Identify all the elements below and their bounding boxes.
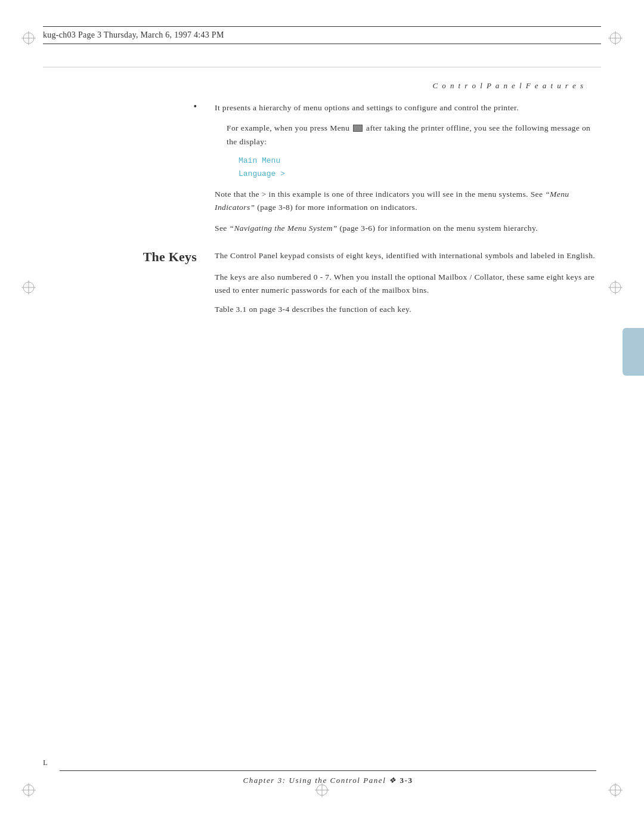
bullet-col: • bbox=[60, 101, 215, 235]
para-left-spacer2 bbox=[60, 303, 215, 316]
note1-text: Note that the > in this example is one o… bbox=[215, 188, 596, 215]
keys-para1: The Control Panel keypad consists of eig… bbox=[215, 249, 596, 262]
reg-mark-bot-right bbox=[608, 783, 623, 797]
keys-para3-col: Table 3.1 on page 3-4 describes the func… bbox=[215, 303, 596, 316]
reg-mark-top-left bbox=[21, 31, 36, 45]
keys-para2-col: The keys are also numbered 0 - 7. When y… bbox=[215, 271, 596, 298]
para-left-spacer bbox=[60, 271, 215, 298]
keys-section: The Keys The Control Panel keypad consis… bbox=[60, 249, 596, 265]
keys-heading: The Keys bbox=[143, 249, 197, 264]
page: kug-ch03 Page 3 Thursday, March 6, 1997 … bbox=[0, 0, 644, 833]
reg-mark-top-right bbox=[608, 31, 623, 45]
footer-chapter: Chapter 3: Using the Control Panel ❖ 3-3 bbox=[243, 776, 413, 785]
chapter-header: C o n t r o l P a n e l F e a t u r e s bbox=[432, 81, 584, 91]
bullet-body: It presents a hierarchy of menu options … bbox=[215, 101, 596, 235]
for-example-text: For example, when you press Menu after t… bbox=[227, 122, 596, 148]
main-content: • It presents a hierarchy of menu option… bbox=[60, 101, 596, 323]
bullet-symbol: • bbox=[193, 101, 197, 112]
keys-para2-section: The keys are also numbered 0 - 7. When y… bbox=[60, 271, 596, 298]
keys-body-col: The Control Panel keypad consists of eig… bbox=[215, 249, 596, 265]
menu-icon bbox=[353, 125, 363, 132]
bullet-main-text: It presents a hierarchy of menu options … bbox=[215, 101, 596, 114]
reg-mark-mid-right bbox=[608, 280, 623, 295]
bullet-section: • It presents a hierarchy of menu option… bbox=[60, 101, 596, 235]
reg-mark-bot-left bbox=[21, 783, 36, 797]
bottom-l-mark: L bbox=[43, 758, 48, 767]
keys-para2: The keys are also numbered 0 - 7. When y… bbox=[215, 271, 596, 298]
example-block: For example, when you press Menu after t… bbox=[227, 122, 596, 181]
page-header: kug-ch03 Page 3 Thursday, March 6, 1997 … bbox=[43, 26, 601, 44]
keys-para3: Table 3.1 on page 3-4 describes the func… bbox=[215, 303, 596, 316]
note2-text: See “Navigating the Menu System” (page 3… bbox=[215, 222, 596, 235]
footer-page-num: 3-3 bbox=[400, 776, 413, 785]
code-line-2: Language > bbox=[239, 168, 596, 181]
code-block: Main Menu Language > bbox=[239, 154, 596, 181]
side-tab bbox=[623, 328, 644, 376]
reg-mark-mid-left bbox=[21, 280, 36, 295]
page-footer: Chapter 3: Using the Control Panel ❖ 3-3 bbox=[60, 770, 596, 785]
top-rule bbox=[43, 67, 601, 67]
code-line-1: Main Menu bbox=[239, 154, 596, 168]
keys-para3-section: Table 3.1 on page 3-4 describes the func… bbox=[60, 303, 596, 316]
header-text: kug-ch03 Page 3 Thursday, March 6, 1997 … bbox=[43, 30, 224, 40]
keys-heading-col: The Keys bbox=[60, 249, 215, 265]
